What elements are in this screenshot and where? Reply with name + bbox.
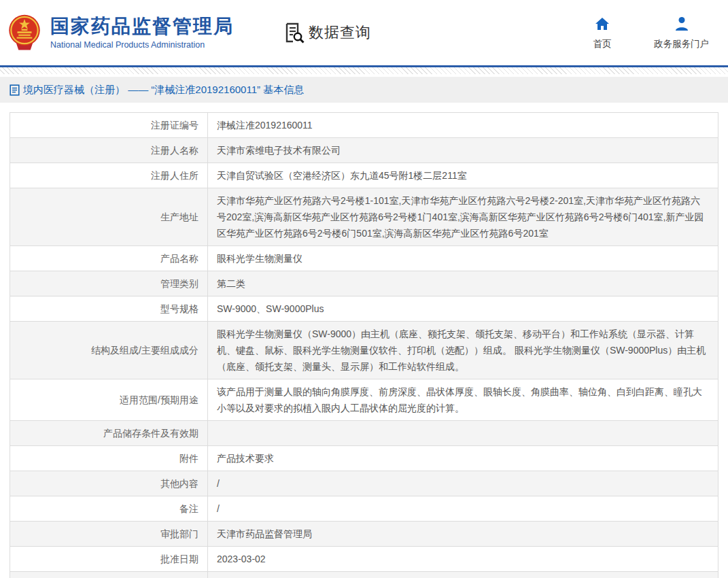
row-value: 该产品用于测量人眼的轴向角膜厚度、前房深度、晶状体厚度、眼轴长度、角膜曲率、轴位… <box>208 379 718 421</box>
row-value: 2023-03-02 <box>208 547 718 572</box>
row-value: 天津自贸试验区（空港经济区）东九道45号附1楼二层211室 <box>208 163 718 188</box>
nmpa-logo[interactable]: 国家药品监督管理局 National Medical Products Admi… <box>5 13 234 52</box>
row-value: 天津市索维电子技术有限公司 <box>208 138 718 163</box>
row-label: 产品名称 <box>10 246 208 271</box>
row-value: 产品技术要求 <box>208 446 718 471</box>
table-row: 管理类别第二类 <box>10 271 718 296</box>
row-value: SW-9000、SW-9000Plus <box>208 296 718 322</box>
table-row: 批准日期2023-03-02 <box>10 547 718 572</box>
row-label: 注册证编号 <box>10 113 208 138</box>
hatch-stripe-band <box>0 67 728 74</box>
nav-gov-portal-label: 政务服务门户 <box>654 38 709 50</box>
row-label: 型号规格 <box>10 296 208 322</box>
row-label: 生效日期 <box>10 572 208 578</box>
row-label: 生产地址 <box>10 188 208 246</box>
table-row: 生效日期2024-01-15 <box>10 572 718 578</box>
document-icon <box>10 84 20 96</box>
row-value: / <box>208 496 718 522</box>
row-label: 适用范围/预期用途 <box>10 379 208 421</box>
table-row: 生产地址天津市华苑产业区竹苑路六号2号楼1-101室,天津市华苑产业区竹苑路六号… <box>10 188 718 246</box>
row-value: 眼科光学生物测量仪 <box>208 246 718 271</box>
top-nav: 首页 政务服务门户 <box>586 16 709 50</box>
info-table-body: 注册证编号津械注准20192160011注册人名称天津市索维电子技术有限公司注册… <box>10 113 718 578</box>
data-query-label: 数据查询 <box>309 22 371 43</box>
page-header: 国家药品监督管理局 National Medical Products Admi… <box>0 0 728 65</box>
table-row: 其他内容/ <box>10 471 718 496</box>
nav-home[interactable]: 首页 <box>586 16 619 50</box>
table-row: 备注/ <box>10 496 718 522</box>
table-row: 型号规格SW-9000、SW-9000Plus <box>10 296 718 322</box>
logo-text: 国家药品监督管理局 National Medical Products Admi… <box>50 16 234 49</box>
table-row: 适用范围/预期用途该产品用于测量人眼的轴向角膜厚度、前房深度、晶状体厚度、眼轴长… <box>10 379 718 421</box>
document-search-icon <box>283 22 305 44</box>
row-label: 产品储存条件及有效期 <box>10 421 208 446</box>
row-value: / <box>208 471 718 496</box>
table-row: 产品储存条件及有效期 <box>10 421 718 446</box>
row-value: 天津市药品监督管理局 <box>208 522 718 547</box>
breadcrumb-text: 境内医疗器械（注册） —— “津械注准20192160011” 基本信息 <box>23 84 304 97</box>
row-value: 2024-01-15 <box>208 572 718 578</box>
row-value <box>208 421 718 446</box>
row-label: 批准日期 <box>10 547 208 572</box>
table-row: 注册证编号津械注准20192160011 <box>10 113 718 138</box>
table-row: 附件产品技术要求 <box>10 446 718 471</box>
national-emblem-icon <box>5 13 44 52</box>
breadcrumb: 境内医疗器械（注册） —— “津械注准20192160011” 基本信息 <box>0 77 728 103</box>
table-row: 结构及组成/主要组成成分眼科光学生物测量仪（SW-9000）由主机（底座、额托支… <box>10 322 718 379</box>
row-label: 结构及组成/主要组成成分 <box>10 322 208 379</box>
table-row: 审批部门天津市药品监督管理局 <box>10 522 718 547</box>
nav-gov-portal[interactable]: 政务服务门户 <box>654 16 709 50</box>
nav-home-label: 首页 <box>593 38 612 50</box>
row-label: 管理类别 <box>10 271 208 296</box>
table-row: 产品名称眼科光学生物测量仪 <box>10 246 718 271</box>
row-label: 附件 <box>10 446 208 471</box>
row-label: 其他内容 <box>10 471 208 496</box>
table-row: 注册人名称天津市索维电子技术有限公司 <box>10 138 718 163</box>
info-table: 注册证编号津械注准20192160011注册人名称天津市索维电子技术有限公司注册… <box>10 112 718 578</box>
row-value: 眼科光学生物测量仪（SW-9000）由主机（底座、额托支架、颌托支架、移动平台）… <box>208 322 718 379</box>
row-value: 天津市华苑产业区竹苑路六号2号楼1-101室,天津市华苑产业区竹苑路六号2号楼2… <box>208 188 718 246</box>
person-icon <box>674 16 690 32</box>
row-label: 注册人住所 <box>10 163 208 188</box>
site-subtitle: National Medical Products Administration <box>50 40 234 50</box>
row-value: 津械注准20192160011 <box>208 113 718 138</box>
row-value: 第二类 <box>208 271 718 296</box>
home-icon <box>594 16 610 32</box>
data-query-link[interactable]: 数据查询 <box>283 22 371 44</box>
row-label: 审批部门 <box>10 522 208 547</box>
table-row: 注册人住所天津自贸试验区（空港经济区）东九道45号附1楼二层211室 <box>10 163 718 188</box>
row-label: 注册人名称 <box>10 138 208 163</box>
site-title: 国家药品监督管理局 <box>50 16 234 37</box>
registration-info: 注册证编号津械注准20192160011注册人名称天津市索维电子技术有限公司注册… <box>10 112 718 578</box>
row-label: 备注 <box>10 496 208 522</box>
